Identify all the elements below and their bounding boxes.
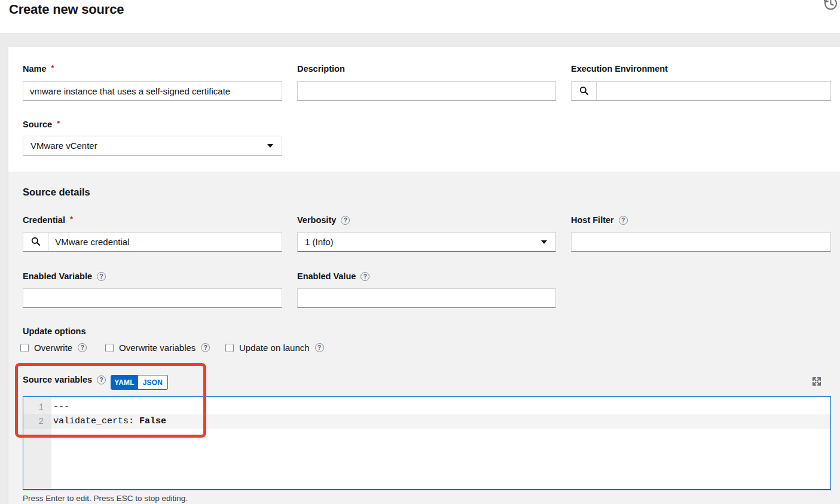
editor-line: 1 --- <box>23 400 830 414</box>
credential-group <box>23 232 282 252</box>
name-label: Name * <box>23 63 54 74</box>
enabled-variable-label-text: Enabled Variable <box>23 271 92 281</box>
update-options-label-text: Update options <box>23 326 86 336</box>
search-icon <box>30 236 41 248</box>
host-filter-label: Host Filter ? <box>571 215 628 225</box>
enabled-variable-label: Enabled Variable ? <box>23 271 106 282</box>
name-label-text: Name <box>23 64 47 74</box>
execution-environment-label: Execution Environment <box>571 63 668 74</box>
yaml-toggle-button[interactable]: YAML <box>111 375 138 390</box>
update-on-launch-option: Update on launch ? <box>225 343 324 353</box>
line-number: 2 <box>23 414 51 429</box>
help-icon[interactable]: ? <box>97 375 106 384</box>
enabled-value-label-text: Enabled Value <box>297 271 356 281</box>
code-text-bold: False <box>139 416 166 426</box>
enabled-value-label: Enabled Value ? <box>297 271 369 282</box>
chevron-down-icon <box>541 240 547 244</box>
overwrite-variables-checkbox-label: Overwrite variables <box>119 343 196 353</box>
host-filter-label-text: Host Filter <box>571 215 614 225</box>
host-filter-input[interactable] <box>571 232 831 252</box>
required-asterisk: * <box>70 215 73 224</box>
code-text: --- <box>53 402 69 412</box>
description-input[interactable] <box>297 81 556 101</box>
help-icon[interactable]: ? <box>78 343 87 352</box>
line-number: 1 <box>23 400 51 414</box>
source-details-heading: Source details <box>23 187 90 198</box>
credential-input[interactable] <box>48 233 282 251</box>
help-icon[interactable]: ? <box>201 343 210 352</box>
verbosity-label-text: Verbosity <box>297 215 336 225</box>
format-toggle: YAML JSON <box>111 375 168 390</box>
editor-line: 2 validate_certs: False <box>23 414 830 429</box>
credential-label-text: Credential <box>23 215 65 225</box>
line-code: validate_certs: False <box>51 414 830 429</box>
overwrite-option: Overwrite ? <box>20 343 87 353</box>
history-icon[interactable] <box>823 0 838 11</box>
source-label: Source * <box>23 119 60 130</box>
name-input[interactable] <box>23 81 282 101</box>
source-variables-label: Source variables ? <box>23 374 106 385</box>
source-variables-label-text: Source variables <box>23 375 92 384</box>
help-icon[interactable]: ? <box>619 216 628 225</box>
json-toggle-button[interactable]: JSON <box>138 375 168 390</box>
required-asterisk: * <box>51 63 54 72</box>
enabled-value-input[interactable] <box>297 288 556 308</box>
description-label-text: Description <box>297 64 345 74</box>
execution-environment-search-button[interactable] <box>572 82 597 100</box>
overwrite-variables-checkbox[interactable] <box>105 344 114 352</box>
expand-icon[interactable] <box>811 376 822 387</box>
verbosity-select[interactable]: 1 (Info) <box>297 232 556 252</box>
page-title: Create new source <box>9 2 124 17</box>
source-select[interactable]: VMware vCenter <box>23 136 282 155</box>
overwrite-checkbox-label: Overwrite <box>34 343 72 353</box>
source-select-value: VMware vCenter <box>30 140 267 151</box>
help-icon[interactable]: ? <box>97 272 106 281</box>
help-icon[interactable]: ? <box>361 272 369 281</box>
page-header: Create new source <box>0 0 840 33</box>
required-asterisk: * <box>57 119 60 128</box>
line-code: --- <box>51 400 830 414</box>
source-label-text: Source <box>23 120 52 129</box>
execution-environment-label-text: Execution Environment <box>571 64 668 74</box>
update-options-label: Update options <box>23 326 86 337</box>
code-text: validate_certs: <box>53 416 139 426</box>
source-variables-editor[interactable]: 1 --- 2 validate_certs: False <box>23 396 831 490</box>
verbosity-label: Verbosity ? <box>297 215 350 225</box>
help-icon[interactable]: ? <box>341 216 350 225</box>
credential-search-button[interactable] <box>23 233 48 251</box>
overwrite-checkbox[interactable] <box>20 344 29 352</box>
execution-environment-group <box>571 81 831 101</box>
credential-label: Credential * <box>23 215 73 225</box>
verbosity-select-value: 1 (Info) <box>305 237 541 247</box>
description-label: Description <box>297 63 345 74</box>
update-on-launch-checkbox-label: Update on launch <box>239 343 310 353</box>
help-icon[interactable]: ? <box>315 343 324 352</box>
update-on-launch-checkbox[interactable] <box>225 344 234 352</box>
overwrite-variables-option: Overwrite variables ? <box>105 343 210 353</box>
execution-environment-input[interactable] <box>597 82 830 100</box>
editor-hint-text: Press Enter to edit. Press ESC to stop e… <box>23 494 188 503</box>
search-icon <box>579 85 589 97</box>
enabled-variable-input[interactable] <box>23 288 282 308</box>
chevron-down-icon <box>267 144 273 148</box>
